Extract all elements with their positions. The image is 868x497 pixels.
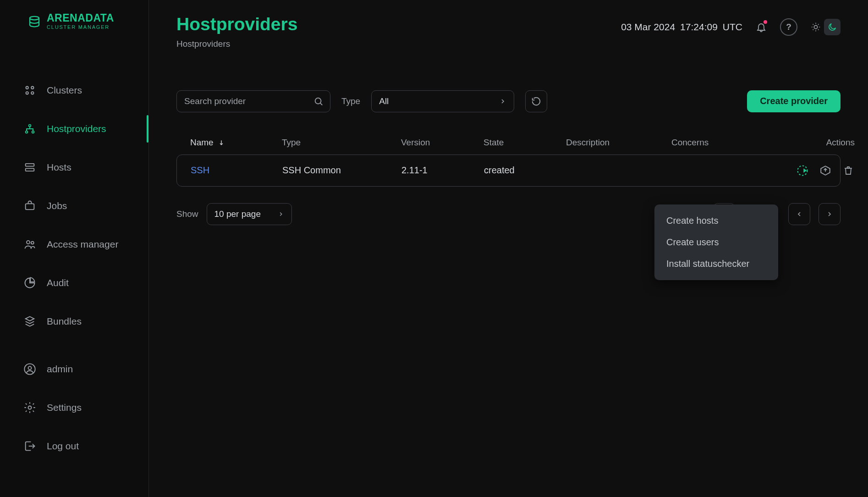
- page-next-button[interactable]: [819, 203, 841, 225]
- svg-point-11: [27, 241, 30, 244]
- hosts-icon: [23, 160, 37, 174]
- help-button[interactable]: ?: [780, 18, 797, 36]
- clusters-icon: [23, 83, 37, 97]
- access-manager-icon: [23, 237, 37, 251]
- search-icon: [313, 96, 324, 106]
- logout-icon: [23, 439, 37, 453]
- theme-light-button[interactable]: [808, 19, 824, 35]
- sidebar-item-label: Bundles: [47, 316, 82, 327]
- table-row: SSH SSH Common 2.11-1 created: [176, 155, 841, 187]
- sidebar-item-audit[interactable]: Audit: [0, 264, 148, 302]
- svg-point-5: [26, 131, 28, 133]
- logo-text-sub: CLUSTER MANAGER: [47, 25, 114, 30]
- logo: ARENADATA CLUSTER MANAGER: [0, 0, 148, 30]
- row-actions: [777, 164, 855, 177]
- svg-point-13: [24, 364, 35, 374]
- clock-tz: UTC: [723, 22, 742, 33]
- svg-point-0: [30, 16, 39, 20]
- top-right: 03 Mar 2024 17:24:09 UTC ?: [621, 15, 841, 36]
- sidebar-item-label: Audit: [47, 277, 69, 288]
- breadcrumb: Hostproviders: [176, 39, 297, 49]
- type-filter-label: Type: [341, 96, 360, 106]
- page-prev-button[interactable]: [788, 203, 810, 225]
- chevron-right-icon: [278, 211, 284, 217]
- sidebar-item-logout[interactable]: Log out: [0, 427, 148, 465]
- svg-point-15: [28, 406, 32, 409]
- sidebar-item-bundles[interactable]: Bundles: [0, 302, 148, 341]
- sidebar-item-clusters[interactable]: Clusters: [0, 71, 148, 110]
- notifications-button[interactable]: [753, 18, 770, 36]
- svg-point-12: [31, 242, 34, 244]
- svg-point-7: [29, 125, 31, 127]
- menu-item-create-hosts[interactable]: Create hosts: [654, 210, 778, 232]
- sidebar-item-hostproviders[interactable]: Hostproviders: [0, 110, 148, 148]
- user-icon: [23, 362, 37, 376]
- sidebar-item-label: Hosts: [47, 162, 71, 173]
- sidebar-item-admin[interactable]: admin: [0, 350, 148, 388]
- logo-icon: [27, 15, 41, 28]
- sort-desc-icon: [218, 139, 225, 146]
- gear-icon: [23, 401, 37, 414]
- sidebar-item-jobs[interactable]: Jobs: [0, 187, 148, 225]
- col-type[interactable]: Type: [282, 138, 401, 148]
- search-input[interactable]: [183, 96, 302, 107]
- theme-dark-button[interactable]: [824, 19, 841, 35]
- sidebar-item-hosts[interactable]: Hosts: [0, 148, 148, 187]
- sidebar-item-label: Log out: [47, 441, 79, 452]
- create-provider-button[interactable]: Create provider: [747, 90, 841, 112]
- notification-dot-icon: [764, 20, 767, 24]
- clock: 03 Mar 2024 17:24:09 UTC: [621, 22, 742, 33]
- svg-rect-10: [26, 204, 34, 210]
- per-page-value: 10 per page: [214, 209, 261, 219]
- menu-item-install-statuschecker[interactable]: Install statuschecker: [654, 253, 778, 275]
- run-action-icon[interactable]: [796, 164, 809, 177]
- sidebar: ARENADATA CLUSTER MANAGER Clusters Hostp…: [0, 0, 149, 497]
- type-filter-select[interactable]: All: [371, 90, 514, 112]
- delete-icon[interactable]: [841, 164, 855, 177]
- audit-icon: [23, 276, 37, 290]
- row-name-link[interactable]: SSH: [191, 165, 282, 176]
- logo-text-main: ARENADATA: [47, 13, 114, 23]
- col-name-label: Name: [190, 138, 214, 148]
- svg-point-14: [28, 366, 32, 370]
- upload-icon[interactable]: [819, 164, 832, 177]
- svg-rect-8: [26, 164, 34, 166]
- col-name[interactable]: Name: [190, 138, 282, 148]
- theme-toggle: [808, 19, 841, 35]
- chevron-right-icon: [499, 98, 506, 105]
- row-type: SSH Common: [282, 165, 401, 176]
- topbar: Hostproviders Hostproviders 03 Mar 2024 …: [176, 15, 841, 49]
- page-title: Hostproviders: [176, 15, 297, 34]
- show-label: Show: [176, 209, 198, 219]
- sidebar-item-label: Jobs: [47, 200, 67, 211]
- clock-date: 03 Mar 2024: [621, 22, 675, 33]
- sidebar-item-label: Clusters: [47, 85, 82, 96]
- type-filter-value: All: [379, 96, 389, 106]
- sidebar-item-label: Access manager: [47, 239, 118, 250]
- sidebar-item-access-manager[interactable]: Access manager: [0, 225, 148, 264]
- col-concerns[interactable]: Concerns: [671, 138, 777, 148]
- sidebar-item-settings[interactable]: Settings: [0, 388, 148, 427]
- svg-rect-9: [26, 168, 34, 171]
- table-header: Name Type Version State Description Conc…: [176, 132, 841, 154]
- col-description[interactable]: Description: [566, 138, 671, 148]
- filter-row: Type All Create provider: [176, 90, 841, 112]
- nav: Clusters Hostproviders Hosts Jobs Access…: [0, 71, 148, 465]
- refresh-button[interactable]: [525, 90, 547, 112]
- providers-table: Name Type Version State Description Conc…: [176, 132, 841, 187]
- menu-item-create-users[interactable]: Create users: [654, 232, 778, 253]
- sidebar-item-label: admin: [47, 364, 73, 375]
- col-version[interactable]: Version: [401, 138, 483, 148]
- clock-time: 17:24:09: [680, 22, 718, 33]
- per-page-select[interactable]: 10 per page: [207, 203, 292, 225]
- svg-point-17: [315, 98, 321, 104]
- svg-point-2: [31, 86, 33, 88]
- col-state[interactable]: State: [483, 138, 566, 148]
- row-state: created: [484, 165, 566, 176]
- svg-point-1: [26, 86, 28, 88]
- svg-point-16: [814, 25, 817, 28]
- hostproviders-icon: [23, 122, 37, 136]
- sidebar-item-label: Hostproviders: [47, 123, 106, 134]
- bundles-icon: [23, 315, 37, 328]
- svg-point-6: [32, 131, 34, 133]
